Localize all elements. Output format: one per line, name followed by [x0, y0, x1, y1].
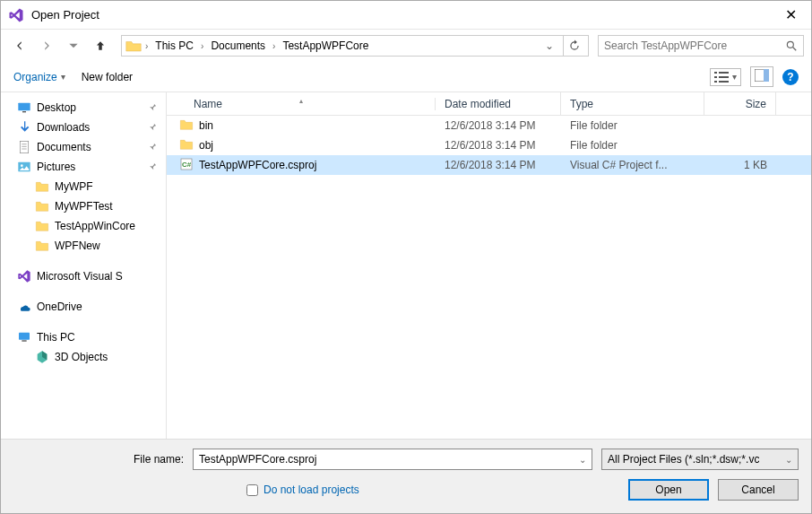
- folder-icon: [35, 219, 49, 233]
- folder-icon: [179, 118, 194, 135]
- chevron-down-icon[interactable]: ⌄: [579, 455, 586, 465]
- chevron-right-icon[interactable]: ›: [272, 41, 275, 51]
- close-button[interactable]: ✕: [778, 3, 804, 27]
- vs-icon: [17, 269, 31, 283]
- pictures-icon: [17, 160, 31, 174]
- open-button[interactable]: Open: [628, 479, 709, 501]
- pin-icon: [148, 102, 157, 113]
- cancel-button[interactable]: Cancel: [718, 479, 799, 501]
- chevron-right-icon[interactable]: ›: [201, 41, 203, 51]
- svg-rect-6: [714, 81, 717, 83]
- thispc-icon: [17, 330, 31, 344]
- forward-button[interactable]: [35, 34, 58, 57]
- nav-bar: › This PC › Documents › TestAppWPFCore ⌄: [1, 30, 811, 62]
- column-headers: ▴ Name Date modified Type Size: [167, 92, 811, 116]
- svg-rect-2: [714, 72, 717, 74]
- svg-rect-3: [719, 72, 729, 74]
- view-options-button[interactable]: ▾: [710, 68, 741, 86]
- file-size: 1 KB: [704, 159, 776, 171]
- svg-rect-5: [719, 76, 729, 78]
- file-row[interactable]: C#TestAppWPFCore.csproj12/6/2018 3:14 PM…: [167, 155, 811, 175]
- svg-rect-10: [18, 103, 30, 111]
- file-date: 12/6/2018 3:14 PM: [436, 119, 561, 132]
- file-row[interactable]: obj12/6/2018 3:14 PMFile folder: [167, 135, 811, 155]
- checkbox-input[interactable]: [246, 484, 258, 496]
- svg-rect-9: [764, 69, 769, 82]
- tree-item-desktop[interactable]: Desktop: [1, 98, 166, 118]
- breadcrumb-thispc[interactable]: This PC: [151, 38, 197, 54]
- folder-icon: [35, 239, 49, 253]
- search-box[interactable]: [598, 35, 804, 57]
- search-icon: [785, 39, 798, 52]
- folder-icon: [179, 137, 194, 154]
- help-button[interactable]: ?: [782, 69, 799, 85]
- chevron-down-icon[interactable]: ⌄: [545, 39, 554, 52]
- svg-rect-4: [714, 76, 717, 78]
- column-size[interactable]: Size: [704, 92, 776, 115]
- breadcrumb-current[interactable]: TestAppWPFCore: [279, 38, 372, 54]
- column-type[interactable]: Type: [561, 92, 704, 115]
- tree-item-testappwincore[interactable]: TestAppWinCore: [1, 216, 166, 236]
- bottom-panel: File name: ⌄ All Project Files (*.sln;*.…: [1, 439, 811, 513]
- recent-dropdown[interactable]: [62, 34, 85, 57]
- svg-line-1: [793, 48, 797, 51]
- vs-logo-icon: [8, 7, 24, 23]
- filename-input[interactable]: [199, 453, 579, 466]
- details-view-icon: [714, 71, 729, 83]
- svg-rect-11: [22, 111, 26, 112]
- tree-item-documents[interactable]: Documents: [1, 137, 166, 157]
- file-type: File folder: [561, 139, 704, 152]
- column-date[interactable]: Date modified: [436, 92, 561, 115]
- document-icon: [17, 140, 31, 154]
- search-input[interactable]: [604, 39, 785, 52]
- back-button[interactable]: [8, 34, 31, 57]
- dont-load-checkbox[interactable]: Do not load projects: [246, 484, 359, 496]
- main-area: DesktopDownloadsDocumentsPicturesMyWPFMy…: [1, 92, 811, 439]
- svg-text:C#: C#: [182, 160, 192, 168]
- file-row[interactable]: bin12/6/2018 3:14 PMFile folder: [167, 116, 811, 135]
- new-folder-button[interactable]: New folder: [82, 71, 133, 83]
- tree-group-onedrive[interactable]: OneDrive: [1, 297, 166, 317]
- folder-icon: [35, 199, 49, 213]
- svg-rect-7: [719, 81, 729, 83]
- file-name: obj: [199, 139, 213, 152]
- sort-indicator-icon: ▴: [167, 97, 436, 105]
- onedrive-icon: [17, 300, 31, 314]
- tree-group-3d-objects[interactable]: 3D Objects: [1, 347, 166, 367]
- 3d-icon: [35, 350, 49, 364]
- file-date: 12/6/2018 3:14 PM: [436, 139, 561, 152]
- filename-label: File name:: [13, 453, 184, 466]
- up-button[interactable]: [89, 34, 112, 57]
- file-list: ▴ Name Date modified Type Size bin12/6/2…: [167, 92, 811, 439]
- svg-point-17: [21, 164, 23, 167]
- filename-field[interactable]: ⌄: [193, 449, 592, 470]
- window-title: Open Project: [31, 8, 778, 22]
- download-icon: [17, 120, 31, 135]
- breadcrumb-documents[interactable]: Documents: [207, 38, 269, 54]
- folder-icon: [35, 179, 49, 194]
- svg-point-0: [787, 41, 793, 48]
- pin-icon: [148, 142, 157, 152]
- tree-item-mywpftest[interactable]: MyWPFTest: [1, 196, 166, 216]
- navigation-tree[interactable]: DesktopDownloadsDocumentsPicturesMyWPFMy…: [1, 92, 167, 439]
- pin-icon: [148, 161, 157, 172]
- organize-menu[interactable]: Organize ▾: [13, 71, 65, 83]
- tree-item-mywpf[interactable]: MyWPF: [1, 177, 166, 196]
- preview-pane-button[interactable]: [750, 66, 773, 87]
- toolbar: Organize ▾ New folder ▾ ?: [1, 62, 811, 92]
- tree-item-wpfnew[interactable]: WPFNew: [1, 236, 166, 256]
- file-date: 12/6/2018 3:14 PM: [436, 159, 561, 171]
- file-type: Visual C# Project f...: [561, 159, 704, 171]
- tree-item-downloads[interactable]: Downloads: [1, 118, 166, 137]
- file-name: bin: [199, 119, 213, 132]
- file-filter-dropdown[interactable]: All Project Files (*.sln;*.dsw;*.vc ⌄: [601, 449, 799, 470]
- tree-item-pictures[interactable]: Pictures: [1, 157, 166, 177]
- tree-group-this-pc[interactable]: This PC: [1, 327, 166, 347]
- address-bar[interactable]: › This PC › Documents › TestAppWPFCore ⌄: [121, 35, 589, 57]
- file-rows: bin12/6/2018 3:14 PMFile folderobj12/6/2…: [167, 116, 811, 439]
- refresh-button[interactable]: [563, 35, 584, 57]
- tree-group-microsoft-visual-s[interactable]: Microsoft Visual S: [1, 266, 166, 286]
- preview-pane-icon: [755, 69, 769, 82]
- svg-rect-12: [20, 141, 28, 152]
- chevron-right-icon[interactable]: ›: [145, 41, 148, 51]
